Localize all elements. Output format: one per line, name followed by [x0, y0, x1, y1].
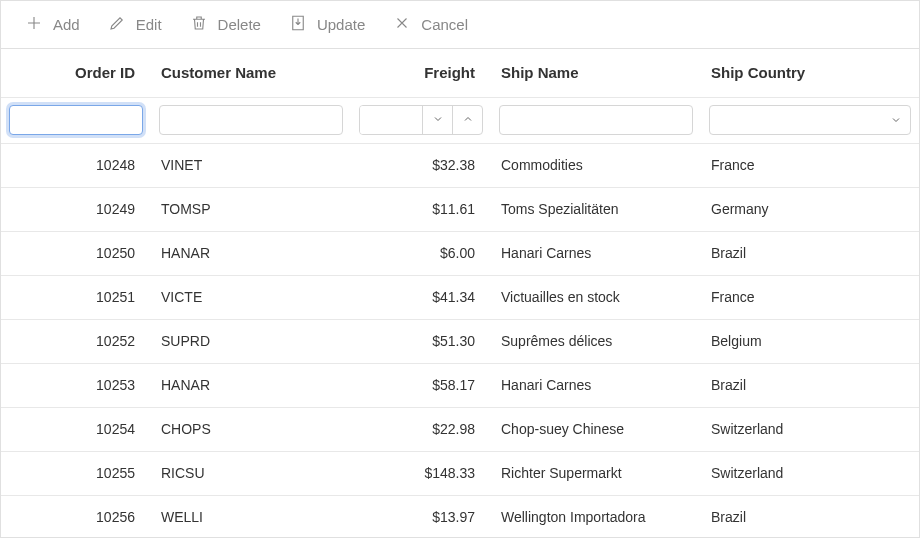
cell-freight: $32.38 — [351, 143, 491, 187]
cell-customer-name: TOMSP — [151, 187, 351, 231]
grid-table: Order ID Customer Name Freight Ship Name… — [1, 49, 919, 537]
cell-freight: $51.30 — [351, 319, 491, 363]
table-row[interactable]: 10249TOMSP$11.61Toms SpezialitätenGerman… — [1, 187, 919, 231]
filter-freight — [359, 105, 483, 135]
filter-ship-name[interactable] — [499, 105, 693, 135]
edit-label: Edit — [136, 16, 162, 33]
cell-ship-country: Brazil — [701, 495, 919, 537]
table-row[interactable]: 10254CHOPS$22.98Chop-suey ChineseSwitzer… — [1, 407, 919, 451]
cell-ship-name: Toms Spezialitäten — [491, 187, 701, 231]
cell-customer-name: HANAR — [151, 231, 351, 275]
add-label: Add — [53, 16, 80, 33]
update-button[interactable]: Update — [289, 14, 365, 35]
header-row: Order ID Customer Name Freight Ship Name… — [1, 49, 919, 97]
cell-ship-name: Suprêmes délices — [491, 319, 701, 363]
delete-label: Delete — [218, 16, 261, 33]
table-row[interactable]: 10248VINET$32.38CommoditiesFrance — [1, 143, 919, 187]
cell-ship-country: Switzerland — [701, 451, 919, 495]
cell-ship-country: Belgium — [701, 319, 919, 363]
chevron-up-icon — [462, 112, 474, 128]
cell-freight: $11.61 — [351, 187, 491, 231]
cell-ship-name: Hanari Carnes — [491, 231, 701, 275]
cancel-button[interactable]: Cancel — [393, 14, 468, 35]
header-freight[interactable]: Freight — [351, 49, 491, 97]
trash-icon — [190, 14, 208, 35]
cell-customer-name: SUPRD — [151, 319, 351, 363]
table-row[interactable]: 10255RICSU$148.33Richter SupermarktSwitz… — [1, 451, 919, 495]
cell-customer-name: VICTE — [151, 275, 351, 319]
cancel-label: Cancel — [421, 16, 468, 33]
spin-up-button[interactable] — [452, 106, 482, 134]
filter-order-id[interactable] — [9, 105, 143, 135]
cell-freight: $13.97 — [351, 495, 491, 537]
cell-ship-name: Victuailles en stock — [491, 275, 701, 319]
cell-freight: $22.98 — [351, 407, 491, 451]
cell-order-id: 10254 — [1, 407, 151, 451]
add-button[interactable]: Add — [25, 14, 80, 35]
spin-down-button[interactable] — [422, 106, 452, 134]
plus-icon — [25, 14, 43, 35]
pencil-icon — [108, 14, 126, 35]
cell-customer-name: HANAR — [151, 363, 351, 407]
chevron-down-icon — [882, 114, 910, 126]
cell-order-id: 10255 — [1, 451, 151, 495]
data-grid: Add Edit Delete Update Cancel — [0, 0, 920, 538]
header-customer-name[interactable]: Customer Name — [151, 49, 351, 97]
toolbar: Add Edit Delete Update Cancel — [1, 1, 919, 49]
edit-button[interactable]: Edit — [108, 14, 162, 35]
close-icon — [393, 14, 411, 35]
cell-freight: $6.00 — [351, 231, 491, 275]
table-row[interactable]: 10251VICTE$41.34Victuailles en stockFran… — [1, 275, 919, 319]
chevron-down-icon — [432, 112, 444, 128]
cell-ship-name: Richter Supermarkt — [491, 451, 701, 495]
cell-freight: $148.33 — [351, 451, 491, 495]
header-ship-country[interactable]: Ship Country — [701, 49, 919, 97]
cell-ship-country: France — [701, 143, 919, 187]
filter-customer-name[interactable] — [159, 105, 343, 135]
save-icon — [289, 14, 307, 35]
header-order-id[interactable]: Order ID — [1, 49, 151, 97]
table-row[interactable]: 10250HANAR$6.00Hanari CarnesBrazil — [1, 231, 919, 275]
cell-ship-country: Germany — [701, 187, 919, 231]
cell-ship-name: Commodities — [491, 143, 701, 187]
table-row[interactable]: 10252SUPRD$51.30Suprêmes délicesBelgium — [1, 319, 919, 363]
cell-order-id: 10256 — [1, 495, 151, 537]
grid-body[interactable]: Order ID Customer Name Freight Ship Name… — [1, 49, 919, 537]
cell-ship-name: Hanari Carnes — [491, 363, 701, 407]
cell-order-id: 10250 — [1, 231, 151, 275]
cell-customer-name: VINET — [151, 143, 351, 187]
cell-order-id: 10249 — [1, 187, 151, 231]
cell-customer-name: WELLI — [151, 495, 351, 537]
cell-ship-name: Chop-suey Chinese — [491, 407, 701, 451]
cell-freight: $58.17 — [351, 363, 491, 407]
cell-order-id: 10248 — [1, 143, 151, 187]
cell-ship-country: Brazil — [701, 231, 919, 275]
cell-customer-name: RICSU — [151, 451, 351, 495]
cell-order-id: 10252 — [1, 319, 151, 363]
cell-order-id: 10251 — [1, 275, 151, 319]
cell-ship-country: Brazil — [701, 363, 919, 407]
cell-order-id: 10253 — [1, 363, 151, 407]
update-label: Update — [317, 16, 365, 33]
filter-row — [1, 97, 919, 143]
delete-button[interactable]: Delete — [190, 14, 261, 35]
cell-ship-country: France — [701, 275, 919, 319]
header-ship-name[interactable]: Ship Name — [491, 49, 701, 97]
table-row[interactable]: 10256WELLI$13.97Wellington ImportadoraBr… — [1, 495, 919, 537]
cell-ship-country: Switzerland — [701, 407, 919, 451]
filter-ship-country[interactable] — [709, 105, 911, 135]
cell-freight: $41.34 — [351, 275, 491, 319]
table-row[interactable]: 10253HANAR$58.17Hanari CarnesBrazil — [1, 363, 919, 407]
cell-ship-name: Wellington Importadora — [491, 495, 701, 537]
filter-freight-input[interactable] — [360, 106, 422, 134]
cell-customer-name: CHOPS — [151, 407, 351, 451]
